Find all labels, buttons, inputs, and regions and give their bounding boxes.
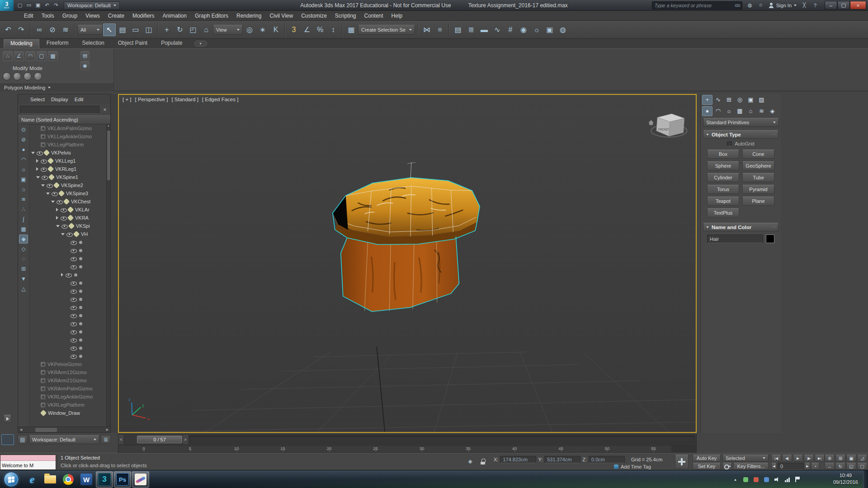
- select-and-manipulate-icon[interactable]: ∗: [256, 23, 269, 36]
- name-column-header[interactable]: Name (Sorted Ascending): [18, 115, 110, 124]
- unlink-selection-icon[interactable]: ⊘: [46, 23, 59, 36]
- window-crossing-toggle-icon[interactable]: ◫: [142, 23, 155, 36]
- scene-explorer-row[interactable]: VKLLegPlatform: [29, 141, 110, 149]
- toggle-layer-explorer-icon[interactable]: ≣: [465, 23, 477, 36]
- border-mode-icon[interactable]: ◠: [25, 51, 35, 61]
- action-center-icon[interactable]: [794, 476, 801, 483]
- name-color-rollout-header[interactable]: Name and Color ⋯: [703, 223, 778, 231]
- visibility-eye-icon[interactable]: [37, 150, 43, 156]
- start-button[interactable]: [4, 472, 19, 487]
- align-icon[interactable]: ≡: [434, 23, 446, 36]
- menu-item[interactable]: Scripting: [331, 11, 360, 21]
- orbit-icon[interactable]: ↻: [835, 463, 845, 470]
- scene-explorer-row[interactable]: VKRArmPalmGizmo: [29, 385, 110, 393]
- display-none-icon[interactable]: ⊘: [19, 135, 28, 144]
- scene-explorer-row[interactable]: [29, 311, 110, 319]
- scroll-right-icon[interactable]: ▶: [104, 427, 110, 433]
- y-coordinate-field[interactable]: 531.374cm: [544, 456, 580, 463]
- bind-to-space-warp-icon[interactable]: ≋: [59, 23, 72, 36]
- panel-splitter[interactable]: [111, 94, 118, 433]
- ribbon-tab-modeling[interactable]: Modeling: [4, 38, 39, 48]
- display-space-warps-icon[interactable]: ≋: [19, 195, 28, 204]
- primitive-textplus-button[interactable]: TextPlus: [707, 208, 739, 217]
- visibility-eye-icon[interactable]: [52, 191, 58, 197]
- visibility-eye-icon[interactable]: [66, 231, 73, 237]
- menu-item[interactable]: Tools: [38, 11, 58, 21]
- rendered-frame-window-icon[interactable]: ▣: [543, 23, 556, 36]
- polygon-modeling-section-header[interactable]: Polygon Modeling: [0, 84, 113, 91]
- visibility-eye-icon[interactable]: [71, 345, 77, 351]
- visibility-eye-icon[interactable]: [71, 239, 77, 245]
- select-by-name-icon[interactable]: ▤: [116, 23, 129, 36]
- set-keys-button[interactable]: [722, 463, 732, 470]
- vertical-scrollbar[interactable]: ▲: [106, 124, 110, 427]
- zoom-icon[interactable]: ⊕: [825, 455, 835, 462]
- primitive-sphere-button[interactable]: Sphere: [707, 161, 739, 170]
- search-icon[interactable]: ⊙⊙: [735, 3, 740, 8]
- expand-arrow-icon[interactable]: [36, 176, 40, 178]
- hair-model-object[interactable]: [333, 162, 480, 311]
- windows-explorer-icon[interactable]: [42, 471, 59, 488]
- display-bone-objects-icon[interactable]: ∫: [19, 215, 28, 224]
- display-hidden-objects-icon[interactable]: ◌: [19, 254, 28, 263]
- brush-falloff-icon[interactable]: [34, 72, 42, 80]
- previous-frame-button[interactable]: ◀|: [782, 455, 792, 462]
- display-materials-icon[interactable]: ◆: [19, 235, 28, 244]
- use-pivot-center-icon[interactable]: ◎: [243, 23, 256, 36]
- explorer-menu-item[interactable]: Display: [48, 97, 71, 102]
- object-color-swatch[interactable]: [766, 235, 774, 243]
- motion-tab[interactable]: ◎: [735, 95, 745, 105]
- new-scene-icon[interactable]: ▢: [16, 1, 24, 9]
- time-slider-handle[interactable]: 0 / 57: [137, 436, 182, 443]
- modify-tab[interactable]: ∿: [713, 95, 723, 105]
- zoom-extents-icon[interactable]: ▣: [846, 455, 856, 462]
- select-and-link-icon[interactable]: ∞: [33, 23, 46, 36]
- display-frozen-objects-icon[interactable]: ◇: [19, 244, 28, 253]
- display-helpers-icon[interactable]: ⌂: [19, 185, 28, 194]
- visibility-eye-icon[interactable]: [61, 207, 67, 213]
- add-time-tag[interactable]: Add Time Tag: [614, 464, 651, 469]
- explorer-menu-item[interactable]: Edit: [71, 97, 87, 102]
- systems-category-icon[interactable]: ◈: [767, 106, 778, 116]
- primitive-teapot-button[interactable]: Teapot: [707, 197, 739, 206]
- go-to-end-button[interactable]: ▶|: [815, 455, 825, 462]
- polygon-mode-icon[interactable]: ▢: [37, 51, 47, 61]
- ribbon-minimize-button[interactable]: ▾: [194, 41, 207, 47]
- panel-options-icon[interactable]: ▤: [80, 51, 90, 60]
- redo-icon[interactable]: ↷: [52, 1, 60, 9]
- lights-category-icon[interactable]: ☼: [724, 106, 734, 116]
- scrollbar-thumb[interactable]: [35, 428, 57, 432]
- primitive-category-dropdown[interactable]: Standard Primitives: [703, 118, 779, 127]
- photoshop-icon[interactable]: Ps: [114, 471, 131, 488]
- absolute-mode-toggle-button[interactable]: [675, 455, 689, 469]
- scene-explorer-row[interactable]: Window_Draw: [29, 409, 110, 417]
- material-editor-icon[interactable]: ◉: [517, 23, 530, 36]
- current-frame-field[interactable]: 0: [778, 463, 804, 470]
- next-frame-button[interactable]: |▶: [804, 455, 814, 462]
- frame-spinner-down[interactable]: ◀: [771, 463, 777, 470]
- zoom-all-icon[interactable]: ⊞: [835, 455, 845, 462]
- app-tray-icon[interactable]: [763, 476, 770, 483]
- select-and-scale-icon[interactable]: ◰: [187, 23, 199, 36]
- menu-item[interactable]: Edit: [20, 11, 38, 21]
- scene-explorer-row[interactable]: [29, 336, 110, 344]
- expand-arrow-icon[interactable]: [41, 184, 45, 187]
- close-button[interactable]: ×: [850, 1, 866, 9]
- visibility-eye-icon[interactable]: [71, 256, 77, 262]
- angle-snap-icon[interactable]: ∠: [301, 23, 313, 36]
- display-geometry-icon[interactable]: ●: [19, 145, 28, 154]
- primitive-tube-button[interactable]: Tube: [742, 173, 774, 182]
- visibility-eye-icon[interactable]: [42, 174, 48, 180]
- utilities-tab[interactable]: ▨: [756, 95, 767, 105]
- edit-named-selection-sets-icon[interactable]: ▦: [345, 23, 358, 36]
- expand-arrow-icon[interactable]: [56, 216, 58, 220]
- geometry-category-icon[interactable]: ●: [702, 106, 712, 116]
- object-name-input[interactable]: [707, 235, 763, 243]
- favorites-icon[interactable]: ☆: [757, 1, 765, 9]
- primitive-plane-button[interactable]: Plane: [742, 197, 774, 206]
- expand-arrow-icon[interactable]: [46, 192, 50, 195]
- selection-set-key-dropdown[interactable]: Selected: [722, 455, 769, 462]
- scene-explorer-row[interactable]: [29, 246, 110, 254]
- scene-explorer-row[interactable]: VKLLeg1: [29, 157, 110, 165]
- scene-explorer-row[interactable]: VKSpine3: [29, 189, 110, 197]
